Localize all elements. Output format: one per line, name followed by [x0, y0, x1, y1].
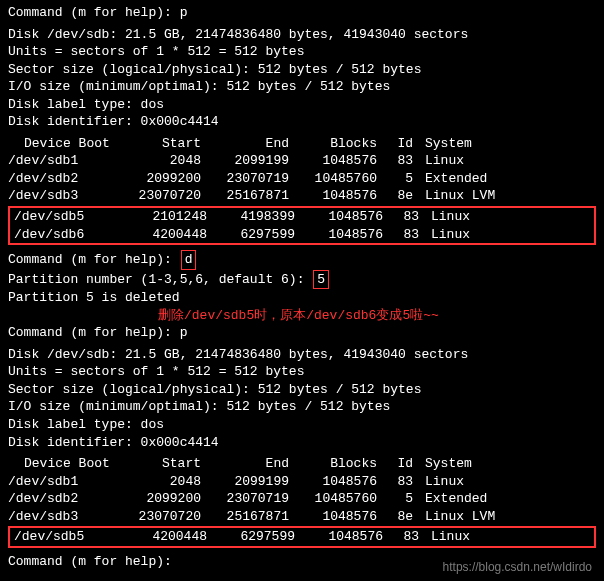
disk-info: I/O size (minimum/optimal): 512 bytes / …: [8, 398, 596, 416]
fdisk-prompt[interactable]: Command (m for help): d: [8, 250, 596, 270]
disk-info: Sector size (logical/physical): 512 byte…: [8, 381, 596, 399]
highlight-box: /dev/sdb542004486297599104857683Linux: [8, 526, 596, 548]
disk-info: Disk /dev/sdb: 21.5 GB, 21474836480 byte…: [8, 346, 596, 364]
table-row: /dev/sdb120482099199104857683Linux: [8, 152, 596, 170]
table-row: /dev/sdb120482099199104857683Linux: [8, 473, 596, 491]
table-row: /dev/sdb3230707202516787110485768eLinux …: [8, 508, 596, 526]
highlight-box: /dev/sdb521012484198399104857683Linux /d…: [8, 206, 596, 245]
watermark: https://blog.csdn.net/wIdirdo: [443, 559, 592, 575]
table-header: Device BootStartEndBlocksIdSystem: [8, 455, 596, 473]
table-row: /dev/sdb2209920023070719104857605Extende…: [8, 170, 596, 188]
table-row: /dev/sdb2209920023070719104857605Extende…: [8, 490, 596, 508]
disk-info: Disk identifier: 0x000c4414: [8, 113, 596, 131]
disk-info: Sector size (logical/physical): 512 byte…: [8, 61, 596, 79]
delete-msg: Partition 5 is deleted: [8, 289, 596, 307]
table-row: /dev/sdb642004486297599104857683Linux: [14, 226, 590, 244]
fdisk-prompt: Command (m for help): p: [8, 324, 596, 342]
annotation-text: 删除/dev/sdb5时，原本/dev/sdb6变成5啦~~: [158, 307, 596, 325]
table-row: /dev/sdb521012484198399104857683Linux: [14, 208, 590, 226]
fdisk-prompt: Command (m for help): p: [8, 4, 596, 22]
disk-info: Units = sectors of 1 * 512 = 512 bytes: [8, 363, 596, 381]
fdisk-prompt[interactable]: Partition number (1-3,5,6, default 6): 5: [8, 270, 596, 290]
partition-num-box: 5: [313, 270, 329, 290]
disk-info: Units = sectors of 1 * 512 = 512 bytes: [8, 43, 596, 61]
disk-info: Disk label type: dos: [8, 416, 596, 434]
disk-info: I/O size (minimum/optimal): 512 bytes / …: [8, 78, 596, 96]
disk-info: Disk /dev/sdb: 21.5 GB, 21474836480 byte…: [8, 26, 596, 44]
table-row: /dev/sdb3230707202516787110485768eLinux …: [8, 187, 596, 205]
table-row: /dev/sdb542004486297599104857683Linux: [14, 528, 590, 546]
delete-cmd-box: d: [181, 250, 197, 270]
disk-info: Disk identifier: 0x000c4414: [8, 434, 596, 452]
table-header: Device BootStartEndBlocksIdSystem: [8, 135, 596, 153]
disk-info: Disk label type: dos: [8, 96, 596, 114]
